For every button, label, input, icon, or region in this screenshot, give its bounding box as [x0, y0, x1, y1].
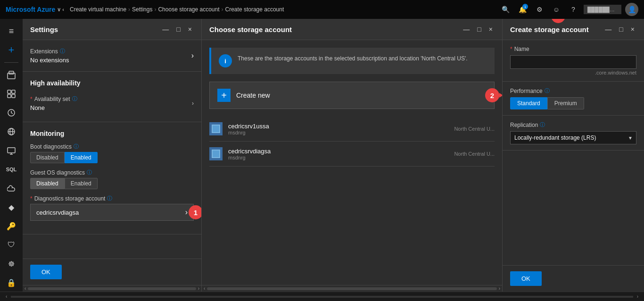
storage-item-0[interactable]: cedricsrv1ussa msdnrg North Central U... — [209, 117, 495, 142]
help-icon[interactable]: ? — [567, 3, 580, 16]
guest-os-disabled-btn[interactable]: Disabled — [30, 178, 65, 189]
avail-set-value: None — [30, 104, 77, 111]
guest-os-row: Guest OS diagnostics ⓘ Disabled Enabled — [30, 169, 194, 189]
extensions-info-icon[interactable]: ⓘ — [60, 48, 65, 55]
create-storage-maximize[interactable]: □ — [617, 25, 625, 34]
create-storage-minimize[interactable]: — — [603, 25, 613, 34]
perf-standard-btn[interactable]: Standard — [510, 97, 547, 109]
breadcrumb: Create virtual machine › Settings › Choo… — [70, 6, 284, 13]
settings-maximize-btn[interactable]: □ — [174, 25, 182, 34]
breadcrumb-sep-2: › — [154, 6, 156, 13]
sidebar-icon-gear2[interactable]: ☸ — [3, 255, 20, 272]
breadcrumb-sep-1: › — [128, 6, 130, 13]
scroll-right-arrow[interactable]: › — [198, 286, 199, 291]
boot-diag-disabled-btn[interactable]: Disabled — [30, 152, 65, 163]
panels-container: Settings — □ × Extensions ⓘ — [23, 19, 644, 292]
breadcrumb-item-4[interactable]: Create storage account — [225, 6, 284, 13]
replication-field-group: Replication ⓘ Locally-redundant storage … — [503, 116, 644, 150]
choose-horizontal-scrollbar[interactable] — [207, 287, 496, 290]
sidebar-icon-cloud[interactable] — [3, 180, 20, 197]
step2-arrow — [499, 93, 502, 98]
guest-os-info-icon[interactable]: ⓘ — [87, 169, 92, 176]
create-new-wrapper: + Create new 2 — [209, 82, 495, 109]
choose-storage-close[interactable]: × — [487, 25, 495, 34]
avail-set-info-icon[interactable]: ⓘ — [72, 95, 77, 102]
user-name[interactable]: ████████████ — [584, 5, 621, 14]
settings-close-btn[interactable]: × — [186, 25, 194, 34]
bottom-bar-text: ‹ — [6, 294, 7, 299]
create-storage-ok-button[interactable]: OK — [510, 271, 542, 286]
smiley-icon[interactable]: ☺ — [550, 3, 563, 16]
create-storage-title: Create storage account — [510, 25, 589, 33]
sidebar-icon-lock[interactable]: 🔒 — [3, 274, 20, 291]
sidebar-icon-key[interactable]: 🔑 — [3, 217, 20, 234]
sidebar-icon-dashboard[interactable] — [3, 85, 20, 102]
choose-storage-minimize[interactable]: — — [461, 25, 471, 34]
step2-badge: 2 — [485, 88, 499, 102]
logo-chevrons[interactable]: ∨ ‹ — [57, 7, 64, 13]
create-new-button[interactable]: + Create new — [209, 82, 495, 109]
bottom-scrollbar[interactable] — [11, 296, 633, 298]
sidebar-icon-shield[interactable]: 🛡 — [3, 236, 20, 253]
sidebar-icon-network[interactable] — [3, 123, 20, 140]
sidebar-hamburger[interactable]: ≡ — [3, 23, 20, 40]
avail-set-chevron[interactable]: › — [192, 100, 194, 107]
create-storage-header-actions: — □ × — [603, 25, 636, 34]
performance-label: Performance ⓘ — [510, 87, 636, 94]
create-storage-header: 3 Create storage account — □ × — [503, 19, 644, 40]
settings-minimize-btn[interactable]: — — [160, 25, 171, 34]
sidebar-add-button[interactable]: + — [3, 42, 20, 59]
storage-item-1[interactable]: cedricsrvdiagsa msdnrg North Central U..… — [209, 142, 495, 167]
choose-storage-header: Choose storage account — □ × — [202, 19, 502, 40]
create-new-label: Create new — [236, 92, 270, 99]
settings-icon[interactable]: ⚙ — [533, 3, 546, 16]
create-storage-close[interactable]: × — [629, 25, 636, 34]
replication-info-icon[interactable]: ⓘ — [540, 121, 545, 128]
main-layout: ≡ + — [0, 19, 644, 292]
sidebar: ≡ + — [0, 19, 23, 292]
replication-select[interactable]: Locally-redundant storage (LRS)Zone-redu… — [510, 131, 636, 144]
boot-diag-info-icon[interactable]: ⓘ — [74, 143, 79, 150]
settings-ok-button[interactable]: OK — [30, 265, 62, 279]
sidebar-icon-vm[interactable] — [3, 142, 20, 159]
name-input[interactable] — [510, 55, 636, 69]
avatar[interactable]: 👤 — [625, 3, 638, 16]
performance-info-icon[interactable]: ⓘ — [545, 87, 550, 94]
storage-item-1-info: cedricsrvdiagsa msdnrg — [228, 148, 448, 160]
search-icon[interactable]: 🔍 — [499, 3, 512, 16]
choose-storage-header-actions: — □ × — [461, 25, 495, 34]
top-bar: Microsoft Azure ∨ ‹ Create virtual machi… — [0, 0, 644, 19]
diag-storage-chevron[interactable]: › — [185, 208, 188, 217]
sidebar-icon-activity[interactable] — [3, 104, 20, 121]
diag-storage-row: * Diagnostics storage account ⓘ cedricsr… — [30, 195, 194, 221]
notification-icon[interactable]: 🔔 1 — [516, 3, 529, 16]
choose-scroll-right[interactable]: › — [499, 286, 500, 291]
diag-storage-field[interactable]: cedricsrvdiagsa › 1 — [30, 204, 194, 221]
horizontal-scrollbar[interactable] — [28, 287, 196, 290]
breadcrumb-item-3[interactable]: Choose storage account — [158, 6, 219, 13]
guest-os-enabled-btn[interactable]: Enabled — [65, 178, 98, 189]
sidebar-icon-sql[interactable]: SQL — [3, 161, 20, 178]
breadcrumb-item-2[interactable]: Settings — [132, 6, 152, 13]
choose-storage-scrollbar-bottom[interactable]: ‹ › — [202, 285, 502, 292]
breadcrumb-item-1[interactable]: Create virtual machine — [70, 6, 126, 13]
diag-storage-info-icon[interactable]: ⓘ — [107, 195, 112, 202]
perf-premium-btn[interactable]: Premium — [547, 97, 584, 109]
boot-diag-enabled-btn[interactable]: Enabled — [65, 152, 98, 163]
svg-rect-2 — [8, 90, 11, 93]
extensions-row[interactable]: Extensions ⓘ No extensions › — [30, 48, 194, 64]
availability-set-row[interactable]: * Availability set ⓘ None › — [30, 92, 194, 114]
azure-logo[interactable]: Microsoft Azure ∨ ‹ — [6, 6, 64, 13]
choose-storage-maximize[interactable]: □ — [475, 25, 483, 34]
guest-os-label: Guest OS diagnostics ⓘ — [30, 169, 194, 176]
boot-diag-toggle: Disabled Enabled — [30, 152, 194, 163]
settings-panel: Settings — □ × Extensions ⓘ — [23, 19, 202, 292]
svg-rect-4 — [8, 94, 11, 98]
sidebar-icon-diamond[interactable]: ◆ — [3, 199, 20, 216]
sidebar-icon-home[interactable] — [3, 67, 20, 84]
scroll-left-arrow[interactable]: ‹ — [25, 286, 26, 291]
settings-scrollbar-bottom[interactable]: ‹ › — [23, 285, 201, 292]
choose-scroll-left[interactable]: ‹ — [204, 286, 205, 291]
extensions-chevron[interactable]: › — [191, 51, 194, 60]
top-bar-actions: 🔍 🔔 1 ⚙ ☺ ? ████████████ 👤 — [499, 3, 638, 16]
